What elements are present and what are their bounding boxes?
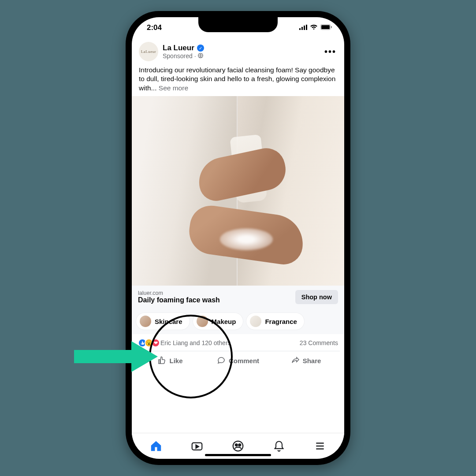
like-button[interactable]: Like [136, 351, 204, 370]
shop-now-button[interactable]: Shop now [295, 290, 338, 304]
nav-notifications[interactable] [270, 437, 288, 455]
thumbs-up-icon [157, 356, 166, 366]
svg-rect-1 [301, 27, 303, 30]
page-avatar[interactable]: LaLueur [139, 42, 158, 61]
globe-icon [198, 52, 203, 60]
verified-badge-icon: ✓ [197, 45, 204, 52]
nav-watch[interactable] [188, 437, 206, 455]
pill-label: Makeup [212, 318, 236, 325]
comment-label: Comment [229, 357, 259, 364]
comment-button[interactable]: Comment [204, 351, 272, 370]
pill-fragrance[interactable]: Fragrance [246, 313, 304, 330]
svg-point-10 [235, 444, 238, 446]
svg-rect-5 [321, 25, 330, 29]
share-icon [291, 356, 300, 366]
svg-rect-6 [331, 26, 332, 28]
reaction-names: Eric Liang and 120 others [160, 339, 231, 346]
like-label: Like [169, 357, 182, 364]
pill-label: Fragrance [265, 318, 297, 325]
nav-groups[interactable] [229, 437, 247, 455]
svg-point-11 [238, 444, 241, 446]
svg-rect-12 [74, 350, 131, 363]
reactions-row: 😮 ❤ Eric Liang and 120 others 23 Comment… [132, 334, 344, 350]
love-reaction-icon: ❤ [151, 338, 160, 347]
dot-separator: · [194, 52, 196, 60]
phone-screen: 2:04 LaLueur La Lueur ✓ [132, 17, 344, 459]
share-label: Share [303, 357, 321, 364]
page-name[interactable]: La Lueur [163, 44, 194, 52]
pill-label: Skincare [155, 318, 182, 325]
cta-card[interactable]: laluer.com Daily foaming face wash Shop … [132, 286, 344, 309]
status-time: 2:04 [147, 23, 162, 32]
see-more-link[interactable]: See more [159, 84, 188, 92]
svg-rect-2 [304, 26, 305, 30]
reactions-summary[interactable]: 😮 ❤ Eric Liang and 120 others [138, 338, 231, 347]
post-body: Introducing our revolutionary facial cle… [132, 63, 344, 96]
nav-menu[interactable] [311, 437, 329, 455]
svg-point-9 [233, 441, 243, 451]
svg-rect-3 [306, 25, 307, 30]
cta-domain: laluer.com [138, 290, 220, 296]
comments-count[interactable]: 23 Comments [300, 339, 338, 346]
signal-icon [299, 23, 307, 32]
share-button[interactable]: Share [272, 351, 340, 370]
post-menu-button[interactable]: ••• [324, 47, 336, 57]
wifi-icon [310, 23, 318, 32]
home-indicator[interactable] [205, 454, 271, 456]
category-pills-row[interactable]: Skincare Makeup Fragrance [132, 309, 344, 334]
sponsored-label: Sponsored [163, 52, 193, 60]
nav-home[interactable] [147, 437, 165, 455]
post-header: LaLueur La Lueur ✓ Sponsored · ••• [132, 38, 344, 63]
battery-icon [320, 23, 332, 32]
pill-icon [197, 316, 208, 327]
pill-skincare[interactable]: Skincare [136, 313, 190, 330]
action-bar: Like Comment Share [136, 351, 340, 370]
bottom-nav [132, 433, 344, 455]
svg-rect-0 [299, 28, 301, 30]
comment-icon [217, 356, 226, 366]
pill-icon [140, 316, 151, 327]
pill-makeup[interactable]: Makeup [193, 313, 243, 330]
cta-title: Daily foaming face wash [138, 296, 220, 304]
pill-icon [250, 316, 261, 327]
phone-frame: 2:04 LaLueur La Lueur ✓ [126, 11, 350, 465]
status-indicators [299, 23, 332, 32]
post-image[interactable] [132, 96, 344, 286]
device-notch [198, 17, 278, 32]
